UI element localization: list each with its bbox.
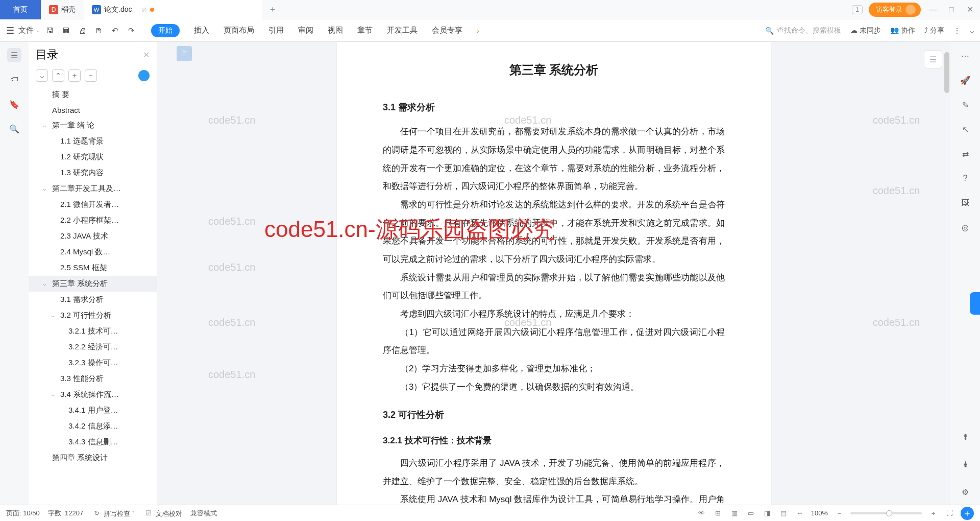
toc-item[interactable]: ⌵第二章开发工具及… [29, 181, 157, 197]
close-button[interactable]: ✕ [964, 4, 976, 16]
toc-item[interactable]: 1.1 选题背景 [29, 133, 157, 149]
toc-item[interactable]: 3.2.1 技术可… [29, 323, 157, 339]
tab-devtools[interactable]: 开发工具 [387, 26, 418, 35]
toc-item[interactable]: 2.1 微信开发者… [29, 197, 157, 212]
scrollbar-vertical[interactable] [943, 42, 950, 505]
toc-item[interactable]: 2.2 小程序框架… [29, 212, 157, 228]
page-indicator[interactable]: 页面: 10/50 [6, 509, 40, 518]
toc-add-button[interactable]: ＋ [68, 69, 81, 82]
toc-item[interactable]: 3.2.3 操作可… [29, 355, 157, 371]
tab-review[interactable]: 审阅 [298, 26, 313, 35]
zoom-fit-icon[interactable]: ↔ [795, 508, 805, 518]
save-as-icon[interactable]: 🖬 [60, 25, 71, 36]
doke-tab[interactable]: D 稻壳 [41, 0, 84, 19]
maximize-button[interactable]: □ [945, 4, 958, 16]
home-tab[interactable]: 首页 [0, 0, 41, 19]
book-view-icon[interactable]: ▥ [729, 508, 740, 518]
add-button[interactable]: ＋ [961, 507, 974, 520]
close-toc-icon[interactable]: ✕ [143, 50, 150, 60]
share-button[interactable]: ⤴ 分享 [924, 26, 944, 35]
side-handle[interactable] [970, 292, 980, 315]
settings-icon[interactable]: ⇄ [959, 147, 972, 160]
toc-item[interactable]: 3.3 性能分析 [29, 371, 157, 387]
spellcheck-button[interactable]: ↻ 拼写检查 ˅ [91, 508, 135, 518]
toc-collapse-all-button[interactable]: ⌵ [36, 69, 48, 82]
image-icon[interactable]: 🖼 [959, 196, 972, 209]
search-command-input[interactable]: 🔍 查找命令、搜索模板 [765, 26, 841, 35]
toc-expand-all-button[interactable]: ⌃ [52, 69, 64, 82]
tab-insert[interactable]: 插入 [194, 26, 209, 35]
web-view-icon[interactable]: ◨ [762, 508, 772, 518]
word-count[interactable]: 字数: 12207 [48, 509, 83, 518]
minimize-button[interactable]: — [927, 4, 939, 16]
ribbon-more-icon[interactable]: › [477, 26, 479, 35]
toc-item[interactable]: 2.3 JAVA 技术 [29, 228, 157, 244]
zoom-out-icon[interactable]: － [834, 508, 844, 518]
undo-icon[interactable]: ↶ [109, 25, 120, 36]
toc-remove-button[interactable]: － [85, 69, 97, 82]
guest-login-button[interactable]: 访客登录 [869, 3, 921, 17]
toc-item[interactable]: ⌵第一章 绪 论 [29, 117, 157, 133]
help-icon[interactable]: ? [959, 172, 972, 185]
document-viewport[interactable]: 🗎 ☰ code51.cn code51.cn code51.cn code51… [157, 42, 950, 505]
toc-list[interactable]: 摘 要Abstract⌵第一章 绪 论1.1 选题背景1.2 研究现状1.3 研… [29, 87, 157, 505]
fullscreen-icon[interactable]: ⛶ [944, 508, 954, 518]
zoom-slider[interactable] [850, 512, 922, 514]
proofread-button[interactable]: ☑ 文档校对 [143, 508, 182, 518]
toc-item[interactable]: 3.4.3 信息删… [29, 434, 157, 450]
toc-item[interactable]: 3.4.2 信息添… [29, 418, 157, 434]
toc-settings-icon[interactable] [138, 70, 150, 81]
pen-icon[interactable]: ✎ [959, 98, 972, 111]
zoom-label[interactable]: 100% [811, 509, 828, 517]
toc-item[interactable]: 1.3 研究内容 [29, 165, 157, 181]
toc-item[interactable]: 2.4 Mysql 数… [29, 244, 157, 260]
bookmark-icon[interactable]: 🔖 [7, 97, 21, 111]
nav-up-icon[interactable]: ⇞ [959, 430, 972, 443]
document-tab[interactable]: W 论文.doc ⎚ [84, 0, 262, 19]
cast-icon[interactable]: ⎚ [142, 6, 146, 14]
save-icon[interactable]: 🖫 [44, 25, 55, 36]
zoom-thumb[interactable] [886, 510, 892, 516]
toc-item[interactable]: 摘 要 [29, 87, 157, 103]
select-icon[interactable]: ↖ [959, 123, 972, 136]
toc-item[interactable]: ⌵第三章 系统分析 [29, 276, 157, 292]
sync-status[interactable]: ☁ 未同步 [850, 26, 881, 35]
toc-item[interactable]: Abstract [29, 103, 157, 117]
redo-icon[interactable]: ↷ [126, 25, 137, 36]
tab-count-badge[interactable]: 1 [852, 5, 863, 14]
outline-icon[interactable]: ☰ [7, 48, 21, 62]
more-icon[interactable]: ⋮ [953, 27, 961, 35]
tab-view[interactable]: 视图 [328, 26, 343, 35]
new-tab-button[interactable]: ＋ [262, 4, 283, 15]
collab-button[interactable]: 👥 协作 [890, 26, 915, 35]
tag-icon[interactable]: 🏷 [7, 73, 21, 87]
grid-view-icon[interactable]: ⊞ [713, 508, 723, 518]
eye-icon[interactable]: 👁 [697, 508, 707, 518]
toc-item[interactable]: ⌵3.2 可行性分析 [29, 307, 157, 323]
tab-start[interactable]: 开始 [151, 24, 180, 37]
toc-item[interactable]: 3.1 需求分析 [29, 292, 157, 307]
tab-layout[interactable]: 页面布局 [224, 26, 254, 35]
nav-settings-icon[interactable]: ⚙ [959, 485, 972, 499]
file-menu[interactable]: 文件 ⌵ [18, 26, 40, 35]
zoom-in-icon[interactable]: ＋ [928, 508, 938, 518]
search-panel-icon[interactable]: 🔍 [7, 122, 21, 136]
compat-mode[interactable]: 兼容模式 [190, 509, 217, 518]
page-view-icon[interactable]: ▭ [746, 508, 756, 518]
collapse-right-icon[interactable]: ☰ [924, 50, 942, 68]
toc-item[interactable]: 2.5 SSM 框架 [29, 260, 157, 276]
tab-member[interactable]: 会员专享 [432, 26, 462, 35]
target-icon[interactable]: ◎ [959, 221, 972, 234]
toc-item[interactable]: 3.2.2 经济可… [29, 339, 157, 355]
toc-item[interactable]: 第四章 系统设计 [29, 450, 157, 466]
nav-down-icon[interactable]: ⇟ [959, 458, 972, 471]
tab-reference[interactable]: 引用 [268, 26, 284, 35]
menu-icon[interactable]: ⋯ [959, 49, 972, 62]
toc-item[interactable]: 1.2 研究现状 [29, 149, 157, 165]
print-preview-icon[interactable]: 🗎 [93, 25, 104, 36]
collapse-ribbon-icon[interactable]: ⌵ [970, 27, 974, 35]
toc-item[interactable]: 3.4.1 用户登… [29, 402, 157, 418]
print-icon[interactable]: 🖨 [77, 25, 88, 36]
hamburger-icon[interactable]: ☰ [6, 25, 14, 36]
toc-item[interactable]: ⌵3.4 系统操作流… [29, 387, 157, 402]
